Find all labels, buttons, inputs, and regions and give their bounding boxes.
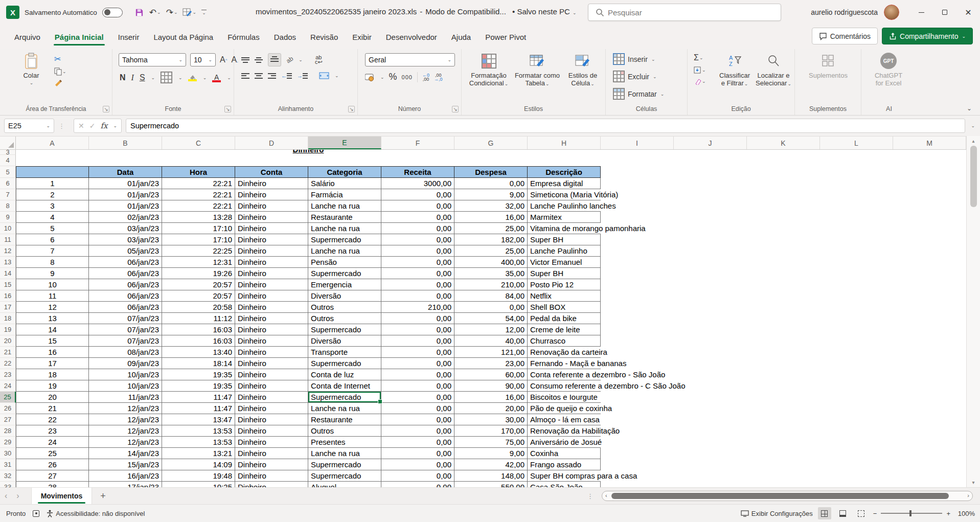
cell-categoria[interactable]: Emergencia — [308, 279, 381, 290]
cell-receita[interactable]: 0,00 — [381, 200, 454, 212]
cell-despesa[interactable]: 42,00 — [454, 459, 528, 470]
cell-id[interactable]: 8 — [16, 257, 89, 268]
font-name-select[interactable]: Tahoma⌄ — [119, 53, 186, 66]
accessibility-status[interactable]: Acessibilidade: não disponível — [47, 510, 145, 517]
cell-despesa[interactable]: 25,00 — [454, 223, 528, 234]
row-header[interactable]: 9 — [0, 212, 16, 223]
cell-despesa[interactable]: 0,00 — [454, 302, 528, 313]
cell-despesa[interactable]: 54,00 — [454, 313, 528, 324]
cell-conta[interactable]: Dinheiro — [235, 369, 308, 380]
accounting-chevron-icon[interactable]: ⌄ — [380, 75, 384, 80]
scroll-left-icon[interactable]: ‹ — [605, 492, 607, 498]
cell-data[interactable]: 12/jan/23 — [89, 437, 162, 448]
cell-id[interactable]: 6 — [16, 234, 89, 245]
row-header[interactable]: 14 — [0, 268, 16, 279]
cell-hora[interactable]: 16:03 — [162, 324, 235, 335]
cell-categoria[interactable]: Outros — [308, 313, 381, 324]
number-dialog-launcher-icon[interactable]: ↘ — [452, 106, 459, 112]
restore-button[interactable] — [933, 0, 956, 25]
cell-data[interactable]: 15/jan/23 — [89, 459, 162, 470]
cell-hora[interactable]: 22:21 — [162, 189, 235, 200]
header-cell-categoria[interactable]: Categoria — [308, 166, 381, 178]
cell-hora[interactable]: 11:47 — [162, 392, 235, 403]
italic-button[interactable]: I — [131, 73, 134, 82]
copy-icon[interactable]: ⌄ — [54, 67, 66, 76]
cell-styles-button[interactable]: Estilos de Célula⌄ — [562, 52, 604, 88]
clear-icon[interactable]: ⌄ — [694, 78, 706, 85]
cell-hora[interactable]: 20:57 — [162, 279, 235, 290]
delete-cells-button[interactable]: Excluir ⌄ — [613, 71, 657, 82]
font-color-chevron-icon[interactable]: ⌄ — [227, 75, 231, 80]
cell-despesa[interactable]: 60,00 — [454, 369, 528, 380]
cell-receita[interactable]: 0,00 — [381, 335, 454, 347]
cell-id[interactable]: 16 — [16, 347, 89, 358]
cell-despesa[interactable]: 9,00 — [454, 448, 528, 459]
cell-hora[interactable]: 20:57 — [162, 290, 235, 302]
cell-categoria[interactable]: Supermercado — [308, 268, 381, 279]
cell-receita[interactable]: 0,00 — [381, 358, 454, 369]
cell-hora[interactable]: 16:03 — [162, 335, 235, 347]
cell-descricao[interactable]: Empresa digital — [528, 178, 601, 189]
tab-arquivo[interactable]: Arquivo — [7, 28, 48, 47]
cell-conta[interactable]: Dinheiro — [235, 268, 308, 279]
cell-descricao[interactable]: Simeticona (Maria Vitória) — [528, 189, 601, 200]
cell-id[interactable]: 3 — [16, 200, 89, 212]
cell-data[interactable]: 06/jan/23 — [89, 257, 162, 268]
cell-conta[interactable]: Dinheiro — [235, 302, 308, 313]
row-header[interactable]: 8 — [0, 200, 16, 212]
addins-button[interactable]: Suplementos — [806, 52, 850, 79]
cell-receita[interactable]: 0,00 — [381, 234, 454, 245]
orientation-icon[interactable]: ab — [285, 55, 294, 64]
cell-conta[interactable]: Dinheiro — [235, 324, 308, 335]
row-header[interactable]: 12 — [0, 245, 16, 257]
insert-function-icon[interactable]: fx — [100, 121, 107, 130]
font-size-select[interactable]: 10⌄ — [190, 53, 216, 66]
cell-data[interactable]: 11/jan/23 — [89, 392, 162, 403]
cell-receita[interactable]: 0,00 — [381, 268, 454, 279]
underline-chevron-icon[interactable]: ⌄ — [151, 75, 155, 80]
cell-receita[interactable]: 0,00 — [381, 425, 454, 437]
sheet-tab-movimentos[interactable]: Movimentos — [31, 488, 93, 505]
autosum-chevron-icon[interactable]: ⌄ — [699, 55, 703, 60]
format-as-table-button[interactable]: Formatar como Tabela⌄ — [513, 52, 562, 88]
cell-descricao[interactable]: Lanche Paulinho — [528, 245, 601, 257]
horizontal-scrollbar-thumb[interactable] — [611, 493, 949, 499]
undo-chevron-icon[interactable]: ⌄ — [157, 10, 161, 15]
cell-categoria[interactable]: Aluguel — [308, 482, 381, 487]
cell-id[interactable]: 2 — [16, 189, 89, 200]
column-header-a[interactable]: A — [16, 137, 89, 149]
cell-conta[interactable]: Dinheiro — [235, 223, 308, 234]
cell-descricao[interactable]: Posto Pio 12 — [528, 279, 601, 290]
cell-descricao[interactable]: Super BH — [528, 234, 601, 245]
vertical-scrollbar-thumb[interactable] — [970, 146, 977, 207]
comments-button[interactable]: Comentários — [812, 28, 878, 44]
cell-conta[interactable]: Dinheiro — [235, 200, 308, 212]
cell-receita[interactable]: 0,00 — [381, 414, 454, 425]
orientation-chevron-icon[interactable]: ⌄ — [299, 57, 303, 62]
header-cell-descricao[interactable]: Descrição — [528, 166, 601, 178]
macro-record-icon[interactable] — [33, 510, 39, 517]
bold-button[interactable]: N — [120, 73, 126, 82]
cell-id[interactable]: 13 — [16, 313, 89, 324]
cell-conta[interactable]: Dinheiro — [235, 425, 308, 437]
row-header[interactable]: 19 — [0, 324, 16, 335]
cell-id[interactable]: 22 — [16, 414, 89, 425]
column-header-c[interactable]: C — [162, 137, 235, 149]
row-header[interactable]: 32 — [0, 470, 16, 482]
cell-despesa[interactable]: 40,00 — [454, 335, 528, 347]
row-header[interactable]: 16 — [0, 290, 16, 302]
align-middle-icon[interactable] — [255, 56, 263, 64]
column-header-d[interactable]: D — [235, 137, 308, 149]
search-input[interactable]: Pesquisar — [588, 4, 781, 21]
cell-conta[interactable]: Dinheiro — [235, 189, 308, 200]
cut-icon[interactable]: ✂ — [54, 54, 66, 64]
cell-descricao[interactable]: Victor Emanuel — [528, 257, 601, 268]
cell-data[interactable]: 03/jan/23 — [89, 234, 162, 245]
cell-hora[interactable]: 19:48 — [162, 470, 235, 482]
row-header[interactable]: 23 — [0, 369, 16, 380]
tab-desenvolvedor[interactable]: Desenvolvedor — [379, 28, 444, 47]
cell-receita[interactable]: 0,00 — [381, 482, 454, 487]
cell-descricao[interactable]: Biscoitos e Iourgute — [528, 392, 601, 403]
cell-receita[interactable]: 0,00 — [381, 245, 454, 257]
cell-categoria[interactable]: Lanche na rua — [308, 448, 381, 459]
